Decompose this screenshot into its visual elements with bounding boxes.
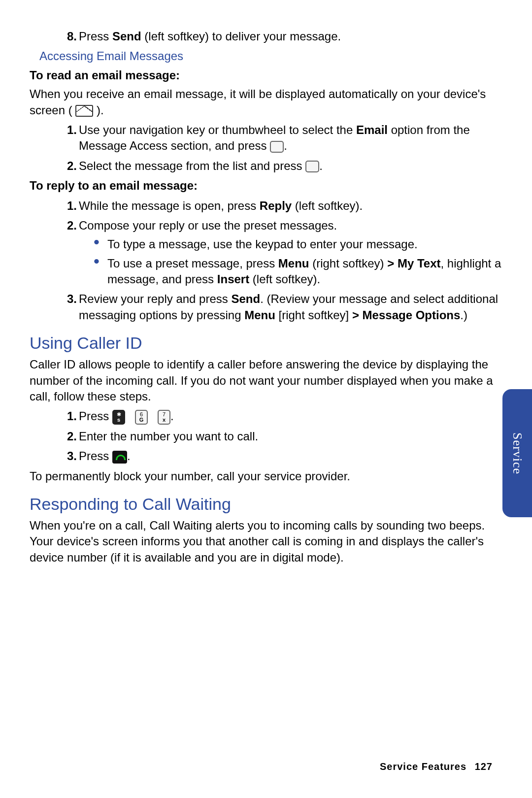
callerid-step-1: 1. Press ✱s 6G 7x.: [59, 408, 502, 425]
step-8: 8. Press Send (left softkey) to deliver …: [59, 29, 502, 44]
num: 2.: [59, 158, 77, 174]
t-bold: >: [352, 308, 363, 322]
t: Press: [79, 30, 112, 43]
t-bold: >: [387, 257, 398, 270]
six-key-icon: 6G: [135, 410, 148, 425]
callerid-step-3: 3. Press .: [59, 448, 502, 464]
paragraph-call-waiting: When you're on a call, Call Waiting aler…: [30, 518, 502, 565]
t: .: [127, 449, 131, 463]
t: Press: [79, 409, 112, 423]
call-key-icon: [112, 451, 127, 464]
star-key-icon: ✱s: [112, 410, 125, 425]
t: Use your navigation key or thumbwheel to…: [79, 123, 356, 136]
num: 2.: [59, 429, 77, 444]
num: 2.: [59, 218, 77, 233]
t: .): [460, 308, 467, 322]
t: To use a preset message, press: [107, 257, 278, 270]
t: [right softkey]: [275, 308, 352, 322]
t: .: [284, 139, 287, 152]
side-tab-label: Service: [510, 432, 525, 474]
envelope-icon: [75, 105, 93, 117]
num: 3.: [59, 448, 77, 464]
callerid-step-2: 2. Enter the number you want to call.: [59, 429, 502, 444]
read-step-1: 1. Use your navigation key or thumbwheel…: [59, 122, 502, 154]
heading-caller-id: Using Caller ID: [30, 332, 502, 355]
t-bold: My Text: [398, 257, 441, 270]
num: 1.: [59, 198, 77, 214]
step-8-text: Press Send (left softkey) to deliver you…: [79, 30, 341, 43]
t: (left softkey).: [292, 199, 363, 212]
reply-step-2: 2. Compose your reply or use the preset …: [59, 218, 502, 288]
page-footer: Service Features 127: [380, 760, 493, 773]
ok-key-icon: [305, 161, 319, 172]
footer-section: Service Features: [380, 761, 466, 772]
t: Compose your reply or use the preset mes…: [79, 219, 337, 232]
t: While the message is open, press: [79, 199, 260, 212]
read-step-2: 2. Select the message from the list and …: [59, 158, 502, 174]
paragraph-caller-id: Caller ID allows people to identify a ca…: [30, 357, 502, 404]
reply-step-1: 1. While the message is open, press Repl…: [59, 198, 502, 214]
reply-step-2-bullet-2: To use a preset message, press Menu (rig…: [94, 256, 502, 288]
t: ).: [97, 103, 104, 117]
paragraph-read-intro: When you receive an email message, it wi…: [30, 86, 502, 118]
key-bot: G: [137, 417, 146, 423]
t: Enter the number you want to call.: [79, 430, 258, 443]
ok-key-icon: [270, 141, 284, 153]
t-bold: Menu: [278, 257, 309, 270]
t-bold: Menu: [244, 308, 275, 322]
t: (right softkey): [309, 257, 388, 270]
t-bold: Reply: [260, 199, 292, 212]
paragraph-block-number: To permanently block your number, call y…: [30, 468, 502, 484]
key-bot: s: [114, 417, 123, 423]
heading-accessing-email: Accessing Email Messages: [39, 48, 502, 64]
step-8-num: 8.: [59, 29, 77, 44]
num: 3.: [59, 291, 77, 307]
t: (left softkey) to deliver your message.: [141, 30, 341, 43]
t: Review your reply and press: [79, 292, 231, 305]
subhead-read-email: To read an email message:: [30, 67, 502, 83]
reply-step-2-bullet-1: To type a message, use the keypad to ent…: [94, 236, 502, 252]
side-tab-service[interactable]: Service: [502, 389, 532, 517]
t-bold: Send: [112, 30, 141, 43]
t-bold: Send: [231, 292, 260, 305]
t: .: [170, 409, 174, 423]
seven-key-icon: 7x: [158, 410, 170, 425]
subhead-reply-email: To reply to an email message:: [30, 178, 502, 194]
num: 1.: [59, 122, 77, 138]
t-bold: Email: [356, 123, 388, 136]
reply-step-3: 3. Review your reply and press Send. (Re…: [59, 291, 502, 323]
t-bold: Message Options: [363, 308, 461, 322]
t-bold: Insert: [217, 272, 249, 286]
footer-page-number: 127: [475, 761, 493, 772]
key-bot: x: [160, 417, 168, 423]
heading-call-waiting: Responding to Call Waiting: [30, 493, 502, 516]
t: (left softkey).: [249, 272, 320, 286]
t: Press: [79, 449, 112, 463]
t: Select the message from the list and pre…: [79, 159, 305, 172]
num: 1.: [59, 408, 77, 424]
t: .: [319, 159, 323, 172]
